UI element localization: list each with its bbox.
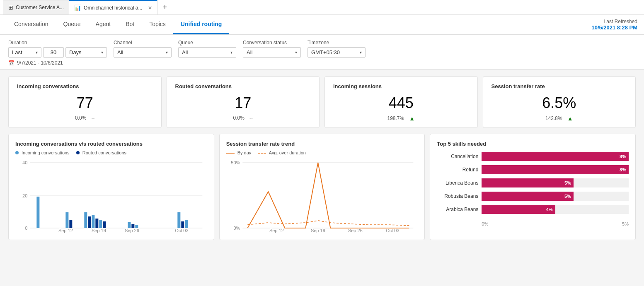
skills-chart-title: Top 5 skills needed bbox=[437, 141, 629, 147]
nav-bar: Conversation Queue Agent Bot Topics Unif… bbox=[0, 15, 644, 35]
svg-rect-10 bbox=[88, 216, 91, 228]
tab-customer-service-label: Customer Service A... bbox=[16, 5, 64, 10]
skill-label: Cancellation bbox=[437, 154, 478, 159]
routed-dot bbox=[76, 151, 80, 154]
svg-text:Sep 26: Sep 26 bbox=[125, 228, 139, 233]
kpi-incoming-conversations: Incoming conversations 77 0.0% -- bbox=[8, 76, 162, 128]
kpi-sessions-sub: 198.7% ▲ bbox=[333, 115, 469, 122]
channel-filter: Channel All ▾ bbox=[114, 40, 172, 58]
kpi-sessions-title: Incoming sessions bbox=[333, 83, 469, 89]
avg-legend: Avg. over duration bbox=[258, 150, 306, 155]
charts-row: Incoming conversations v/s routed conver… bbox=[8, 134, 636, 240]
channel-select[interactable]: All ▾ bbox=[114, 47, 172, 58]
kpi-routed-sub: 0.0% -- bbox=[175, 115, 311, 121]
tab-add-button[interactable]: + bbox=[157, 0, 172, 14]
trend-up-icon: ▲ bbox=[409, 115, 415, 122]
svg-text:0%: 0% bbox=[233, 226, 240, 231]
svg-rect-15 bbox=[128, 222, 131, 228]
kpi-incoming-value: 77 bbox=[17, 94, 153, 112]
svg-text:Sep 26: Sep 26 bbox=[348, 228, 363, 233]
tab-customer-service[interactable]: ⊞ Customer Service A... bbox=[3, 0, 69, 14]
svg-rect-13 bbox=[99, 220, 102, 228]
kpi-row: Incoming conversations 77 0.0% -- Routed… bbox=[8, 76, 636, 128]
kpi-transfer-sub: 142.8% ▲ bbox=[491, 115, 627, 122]
line-chart-area: 50% 0% Sep 12 Sep 19 Sep 26 Oct 03 bbox=[226, 159, 418, 233]
duration-unit-select[interactable]: Days ▾ bbox=[65, 47, 107, 58]
svg-rect-17 bbox=[135, 225, 138, 228]
by-day-legend: By day bbox=[226, 150, 252, 155]
nav-tab-unified-routing[interactable]: Unified routing bbox=[173, 15, 230, 34]
tab-omnichannel-label: Omnichannel historical a... bbox=[84, 5, 142, 11]
bar-chart-card: Incoming conversations v/s routed conver… bbox=[8, 134, 214, 240]
tab-close-button[interactable]: ✕ bbox=[148, 5, 152, 11]
skill-row: Refund 8% bbox=[437, 165, 629, 174]
nav-tab-conversation[interactable]: Conversation bbox=[7, 15, 56, 34]
skill-bar: 5% bbox=[482, 178, 574, 187]
kpi-transfer-value: 6.5% bbox=[491, 94, 627, 112]
skill-bar: 4% bbox=[482, 205, 555, 214]
skill-bar-container: 5% bbox=[482, 178, 629, 187]
kpi-incoming-title: Incoming conversations bbox=[17, 83, 153, 89]
x-axis-5: 5% bbox=[622, 221, 629, 226]
svg-text:Sep 12: Sep 12 bbox=[58, 228, 73, 233]
last-refreshed-value: 10/5/2021 8:28 PM bbox=[591, 24, 637, 31]
svg-rect-16 bbox=[131, 224, 134, 228]
svg-rect-6 bbox=[36, 197, 39, 228]
skill-bar: 8% bbox=[482, 165, 629, 174]
duration-preset-select[interactable]: Last ▾ bbox=[8, 47, 41, 58]
main-content: Incoming conversations 77 0.0% -- Routed… bbox=[0, 70, 644, 286]
svg-rect-7 bbox=[65, 212, 68, 228]
skill-label: Liberica Beans bbox=[437, 180, 478, 186]
trend-up-icon: ▲ bbox=[567, 115, 573, 122]
grid-icon: ⊞ bbox=[8, 4, 13, 11]
duration-controls: Last ▾ Days ▾ bbox=[8, 47, 107, 58]
channel-label: Channel bbox=[114, 40, 172, 46]
chevron-down-icon: ▾ bbox=[166, 50, 168, 55]
chevron-down-icon: ▾ bbox=[36, 50, 38, 55]
kpi-routed-value: 17 bbox=[175, 94, 311, 112]
svg-rect-19 bbox=[181, 221, 184, 228]
nav-tab-queue[interactable]: Queue bbox=[56, 15, 88, 34]
queue-select[interactable]: All ▾ bbox=[178, 47, 236, 58]
chevron-down-icon: ▾ bbox=[101, 50, 103, 55]
bar-chart-title: Incoming conversations v/s routed conver… bbox=[15, 141, 207, 147]
conversation-status-filter: Conversation status All ▾ bbox=[243, 40, 301, 58]
routed-legend: Routed conversations bbox=[76, 150, 126, 155]
bar-chart-legend: Incoming conversations Routed conversati… bbox=[15, 150, 207, 155]
filter-row: Duration Last ▾ Days ▾ Channel All ▾ bbox=[8, 40, 636, 58]
duration-value-input[interactable] bbox=[43, 47, 64, 58]
skill-bar-container: 4% bbox=[482, 205, 629, 214]
bar-chart-area: 40 20 0 bbox=[15, 159, 207, 233]
svg-rect-14 bbox=[103, 221, 106, 228]
svg-text:Sep 19: Sep 19 bbox=[311, 228, 325, 233]
duration-label: Duration bbox=[8, 40, 107, 46]
nav-tab-agent[interactable]: Agent bbox=[88, 15, 119, 34]
svg-text:Oct 03: Oct 03 bbox=[175, 228, 188, 233]
skill-row: Robusta Beans 5% bbox=[437, 192, 629, 201]
nav-tab-topics[interactable]: Topics bbox=[142, 15, 173, 34]
incoming-legend: Incoming conversations bbox=[15, 150, 70, 155]
kpi-routed-title: Routed conversations bbox=[175, 83, 311, 89]
nav-tabs: Conversation Queue Agent Bot Topics Unif… bbox=[7, 15, 229, 34]
nav-tab-bot[interactable]: Bot bbox=[118, 15, 142, 34]
skill-bar-container: 8% bbox=[482, 165, 629, 174]
line-chart-card: Session transfer rate trend By day Avg. … bbox=[219, 134, 425, 240]
svg-rect-8 bbox=[69, 220, 72, 228]
conversation-status-select[interactable]: All ▾ bbox=[243, 47, 301, 58]
tab-bar: ⊞ Customer Service A... 📊 Omnichannel hi… bbox=[0, 0, 644, 15]
skill-bar: 5% bbox=[482, 192, 574, 201]
timezone-select[interactable]: GMT+05:30 ▾ bbox=[307, 47, 366, 58]
avg-dashed-line bbox=[258, 153, 266, 154]
filter-bar: Duration Last ▾ Days ▾ Channel All ▾ bbox=[0, 35, 644, 70]
by-day-line bbox=[226, 153, 235, 154]
line-chart-legend: By day Avg. over duration bbox=[226, 150, 418, 155]
svg-text:0: 0 bbox=[25, 226, 27, 231]
skill-label: Refund bbox=[437, 167, 478, 173]
line-chart-svg: 50% 0% Sep 12 Sep 19 Sep 26 Oct 03 bbox=[226, 159, 418, 233]
bar-chart-svg: 40 20 0 bbox=[15, 159, 207, 233]
tab-omnichannel[interactable]: 📊 Omnichannel historical a... ✕ bbox=[69, 0, 157, 14]
svg-text:Sep 12: Sep 12 bbox=[269, 228, 284, 233]
conversation-status-label: Conversation status bbox=[243, 40, 301, 46]
skill-bar-container: 8% bbox=[482, 152, 629, 161]
svg-rect-20 bbox=[185, 220, 188, 228]
